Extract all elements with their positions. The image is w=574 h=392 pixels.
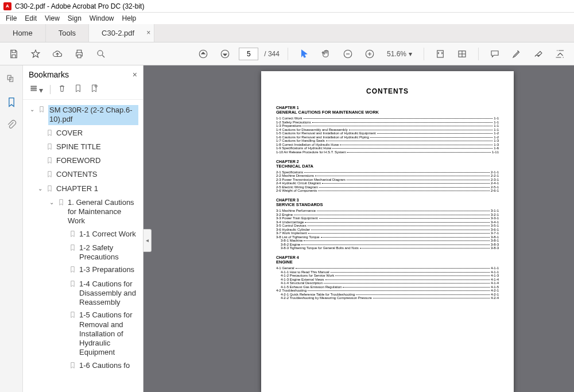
bookmark-icon: [46, 143, 54, 153]
tab-document[interactable]: C30-2.pdf ×: [89, 24, 154, 42]
toc-line: 4-2-1 Quick Reference Table for Troubles…: [276, 293, 499, 296]
toc-entry-title: 4-1-3 Engine External Views: [276, 278, 324, 281]
search-icon[interactable]: [93, 46, 109, 62]
sign-icon[interactable]: [530, 46, 546, 62]
toc-line: 4-1-5 Exhaust Gas Emission Regulation4-1…: [276, 285, 499, 289]
fit-page-icon[interactable]: [432, 46, 448, 62]
tab-home[interactable]: Home: [0, 24, 46, 42]
menu-file[interactable]: File: [6, 14, 17, 22]
toolbar-separator: [478, 48, 479, 60]
bookmark-item[interactable]: ›1-3 Preparations: [28, 263, 139, 277]
hand-icon[interactable]: [318, 46, 334, 62]
menu-view[interactable]: View: [45, 14, 60, 22]
thumbnails-icon[interactable]: [6, 73, 17, 85]
bookmark-icon: [69, 362, 77, 371]
toc-entry-page: 3-8-1: [491, 239, 499, 242]
bookmark-cover[interactable]: ›COVER: [28, 127, 139, 141]
menu-window[interactable]: Window: [90, 14, 114, 22]
options-icon[interactable]: ▾: [30, 84, 43, 95]
next-page-icon[interactable]: [217, 46, 233, 62]
bookmarks-panel-title: Bookmarks: [29, 70, 69, 79]
tab-tools[interactable]: Tools: [46, 24, 89, 42]
bookmark-general[interactable]: ⌄1. General Cautions for Maintenance Wor…: [28, 196, 139, 228]
bookmark-icon: [46, 185, 54, 195]
bookmarks-tree[interactable]: ⌄ SM C30R-2 (2-2 Chap.6-10).pdf ›COVER ›…: [23, 100, 143, 392]
page-view-icon[interactable]: [454, 46, 470, 62]
bookmark-chapter1[interactable]: ⌄CHAPTER 1: [28, 183, 139, 196]
toc-entry-page: 1-3: [494, 139, 499, 142]
bookmarks-panel-toolbar: ▾: [23, 84, 143, 100]
expand-icon[interactable]: ⌄: [48, 199, 55, 207]
find-bookmark-icon[interactable]: [90, 84, 99, 95]
more-tools-icon[interactable]: [552, 46, 568, 62]
zoom-level-dropdown[interactable]: 51.6%▾: [383, 50, 416, 58]
toc-entry-page: 4-1-1: [491, 266, 499, 270]
bookmark-label: 1. General Cautions for Maintenance Work: [68, 198, 138, 226]
cursor-icon[interactable]: [296, 46, 312, 62]
page-title: CONTENTS: [276, 87, 499, 95]
toc-line: 2-1 Specifications2-1-1: [276, 170, 499, 174]
expand-icon[interactable]: ⌄: [37, 185, 44, 193]
bookmark-root[interactable]: ⌄ SM C30R-2 (2-2 Chap.6-10).pdf: [28, 103, 139, 127]
bookmarks-rail-icon[interactable]: [6, 96, 17, 108]
bookmark-item[interactable]: ›1-6 Cautions fo: [28, 359, 139, 373]
zoom-in-icon[interactable]: [362, 46, 378, 62]
toc-line: 4-1-2 Precautions for Service Work4-1-3: [276, 274, 499, 277]
toc-entry-title: 3-3 Power Train Equipment: [276, 216, 318, 220]
bookmark-icon: [69, 266, 77, 275]
toc-line: 1-3 Preparations1-1: [276, 124, 499, 127]
print-icon[interactable]: [71, 46, 87, 62]
bookmark-contents[interactable]: ›CONTENTS: [28, 168, 139, 182]
bookmark-spine[interactable]: ›SPINE TITLE: [28, 141, 139, 154]
chapter-1-section: CHAPTER 1 GENERAL CAUTIONS FOR MAINTENAN…: [276, 106, 499, 154]
bookmark-item[interactable]: ›1-1 Correct Work: [28, 228, 139, 242]
toc-entry-page: 2-6-1: [491, 189, 499, 192]
toc-entry-page: 4-2-4: [491, 296, 499, 300]
toc-line: 2-4 Hydraulic Circuit Diagram2-4-1: [276, 181, 499, 185]
attachments-icon[interactable]: [6, 119, 17, 131]
bookmark-item[interactable]: ›1-5 Cautions for Removal and Installati…: [28, 309, 139, 359]
toc-entry-title: 1-3 Preparations: [276, 124, 301, 127]
bookmark-item[interactable]: ›1-4 Cautions for Disassembly and Reasse…: [28, 278, 139, 309]
toc-line: 3-2 Engine3-2-1: [276, 213, 499, 216]
menu-help[interactable]: Help: [122, 14, 137, 22]
bookmark-icon: [69, 280, 77, 290]
bookmark-label: SPINE TITLE: [56, 142, 138, 152]
toc-entry-title: 1-5 Cautions for Removal and Installatio…: [276, 131, 376, 135]
save-icon[interactable]: [6, 46, 22, 62]
panel-collapse-handle[interactable]: ◂: [144, 229, 152, 252]
toc-entry-page: 1-11: [492, 150, 499, 154]
expand-icon[interactable]: ⌄: [29, 106, 36, 114]
close-tab-icon[interactable]: ×: [146, 29, 150, 37]
toc-entry-page: 2-5-1: [491, 185, 499, 189]
document-viewer[interactable]: ◂ CONTENTS CHAPTER 1 GENERAL CAUTIONS FO…: [144, 65, 574, 392]
toc-line: 1-1 Correct Work1-1: [276, 117, 499, 120]
new-bookmark-icon[interactable]: [73, 84, 83, 95]
menu-sign[interactable]: Sign: [68, 14, 82, 22]
zoom-out-icon[interactable]: [340, 46, 356, 62]
window-title-text: C30-2.pdf - Adobe Acrobat Pro DC (32-bit…: [15, 2, 144, 10]
tab-tools-label: Tools: [59, 29, 76, 37]
toc-line: 4-1-3 Engine External Views4-1-4: [276, 278, 499, 281]
bookmark-item[interactable]: ›1-2 Safety Precautions: [28, 242, 139, 264]
bookmark-foreword[interactable]: ›FOREWORD: [28, 154, 139, 168]
highlight-icon[interactable]: [509, 46, 525, 62]
toc-line: 3-8-2 Engine3-8-3: [276, 243, 499, 246]
close-panel-icon[interactable]: ×: [133, 70, 137, 79]
delete-icon[interactable]: [57, 84, 67, 95]
star-icon[interactable]: [28, 46, 44, 62]
bookmark-label: CONTENTS: [56, 170, 138, 179]
prev-page-icon[interactable]: [195, 46, 211, 62]
toc-entry-title: 3-6 Hydraulic Cylinder: [276, 228, 310, 231]
toc-entry-title: 1-6 Cautions for Removal and Installatio…: [276, 135, 369, 139]
menu-edit[interactable]: Edit: [25, 14, 37, 22]
toc-line: 3-8-1 Machine3-8-1: [276, 239, 499, 242]
toc-entry-page: 4-2-1: [491, 293, 499, 296]
toc-entry-title: 2-6 Weight of Components: [276, 189, 317, 192]
toc-entry-page: 4-1-4: [491, 278, 499, 281]
comment-icon[interactable]: [487, 46, 503, 62]
toc-entry-title: 1-8 Correct Installation of Hydraulic Ho…: [276, 143, 339, 146]
cloud-upload-icon[interactable]: [49, 46, 65, 62]
chapter-title: SERVICE STANDARDS: [276, 202, 499, 207]
page-number-input[interactable]: [239, 48, 258, 60]
